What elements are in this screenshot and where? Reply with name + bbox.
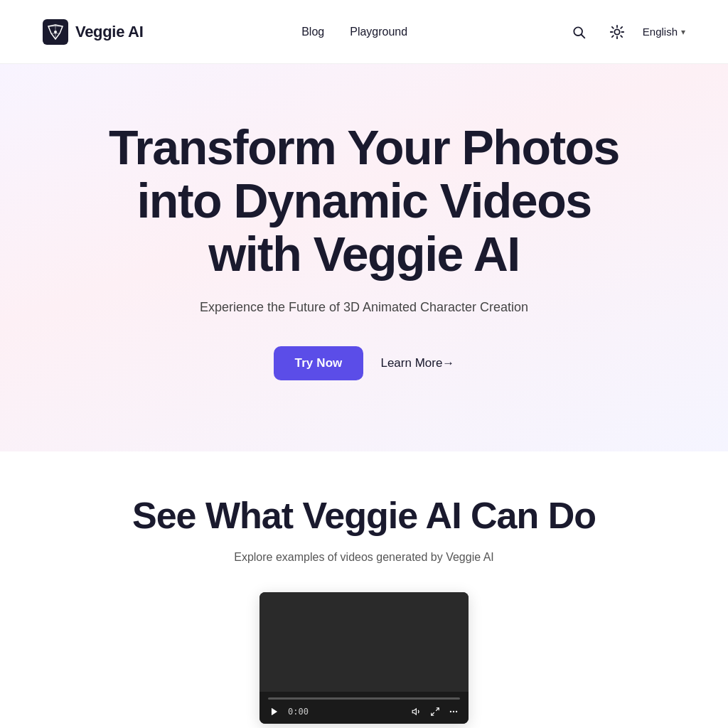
svg-point-1 xyxy=(54,31,57,33)
video-controls-right xyxy=(410,705,460,718)
video-time: 0:00 xyxy=(288,707,309,717)
chevron-down-icon: ▾ xyxy=(681,27,685,37)
video-fullscreen-button[interactable] xyxy=(429,705,441,718)
svg-line-12 xyxy=(621,26,622,28)
nav-brand-group: Veggie AI xyxy=(43,19,144,45)
hero-title: Transform Your Photos into Dynamic Video… xyxy=(87,121,641,280)
hero-subtitle: Experience the Future of 3D Animated Cha… xyxy=(200,300,528,315)
svg-line-9 xyxy=(612,26,614,28)
video-controls-row: 0:00 xyxy=(268,705,460,718)
logo-icon xyxy=(43,19,68,45)
navbar: Veggie AI Blog Playground xyxy=(0,0,728,64)
hero-section: Transform Your Photos into Dynamic Video… xyxy=(0,64,728,451)
search-icon xyxy=(572,25,586,39)
fullscreen-icon xyxy=(430,707,440,717)
svg-marker-14 xyxy=(412,709,416,714)
svg-line-10 xyxy=(621,36,622,37)
brand-name: Veggie AI xyxy=(75,23,144,41)
language-label: English xyxy=(643,26,678,38)
svg-marker-13 xyxy=(272,708,277,716)
nav-links: Blog Playground xyxy=(301,26,407,38)
svg-line-16 xyxy=(432,713,434,716)
video-player: 0:00 xyxy=(259,592,469,724)
language-selector[interactable]: English ▾ xyxy=(643,26,685,38)
showcase-section: See What Veggie AI Can Do Explore exampl… xyxy=(0,451,728,728)
learn-more-button[interactable]: Learn More→ xyxy=(380,356,454,370)
nav-actions: English ▾ xyxy=(566,19,685,45)
svg-line-3 xyxy=(582,34,585,38)
sun-icon xyxy=(609,24,625,40)
play-icon xyxy=(269,707,279,717)
showcase-title: See What Veggie AI Can Do xyxy=(43,494,685,537)
video-volume-button[interactable] xyxy=(410,705,423,718)
video-more-button[interactable] xyxy=(447,705,460,718)
video-play-button[interactable] xyxy=(268,705,281,718)
more-icon xyxy=(449,707,459,717)
volume-icon xyxy=(412,707,422,717)
video-controls: 0:00 xyxy=(259,692,469,724)
svg-point-17 xyxy=(450,711,451,712)
svg-point-4 xyxy=(614,29,619,34)
svg-point-19 xyxy=(456,711,457,712)
svg-line-11 xyxy=(612,36,614,37)
svg-line-15 xyxy=(436,708,439,711)
try-now-button[interactable]: Try Now xyxy=(274,346,364,380)
nav-link-blog[interactable]: Blog xyxy=(301,26,324,38)
search-button[interactable] xyxy=(566,19,592,45)
hero-actions: Try Now Learn More→ xyxy=(274,346,455,380)
video-screen xyxy=(259,592,469,692)
video-progress-bar[interactable] xyxy=(268,697,460,700)
theme-toggle-button[interactable] xyxy=(604,19,630,45)
svg-point-18 xyxy=(453,711,454,712)
showcase-subtitle: Explore examples of videos generated by … xyxy=(43,551,685,564)
nav-link-playground[interactable]: Playground xyxy=(350,26,407,38)
